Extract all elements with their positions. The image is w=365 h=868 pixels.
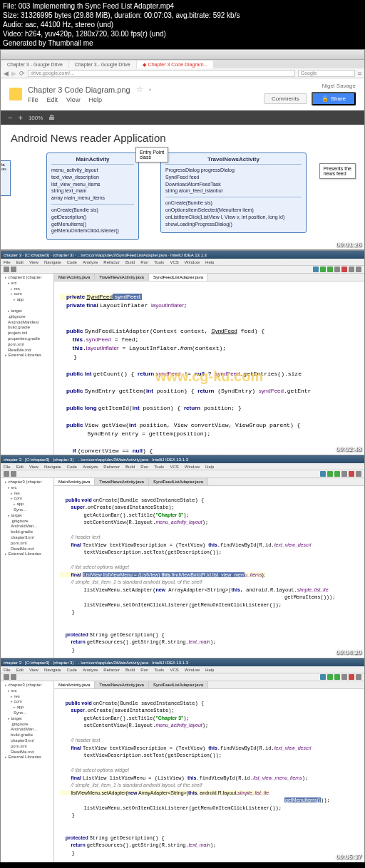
menu-refactor[interactable]: Refactor	[103, 260, 120, 264]
timestamp-4: 00:05:37	[336, 853, 361, 860]
ide-titlebar: chapter 3 · [C:\chapter3] · (chapter 3) …	[1, 455, 364, 463]
zoom-in-icon[interactable]: +	[18, 113, 22, 122]
reload-icon[interactable]: ⟳	[19, 70, 25, 77]
callout-presents-feed: Presents thenews feed	[319, 163, 356, 179]
ide-toolbar	[1, 470, 364, 478]
search-box[interactable]: Google	[298, 70, 355, 77]
frame-4: chapter 3 · [C:\chapter3] · (chapter 3) …	[0, 658, 365, 862]
window-titlebar	[1, 50, 364, 60]
zoom-out-icon[interactable]: −	[8, 113, 12, 122]
tree-item[interactable]: src	[2, 281, 52, 286]
browser-toolbar: ◀ ▶ ⟳ drive.google.com/... Google ≡	[1, 68, 364, 78]
menu-code[interactable]: Code	[67, 260, 77, 264]
menu-build[interactable]: Build	[125, 260, 135, 264]
editor-pane: MainActivity.java TravelNewsActivity.jav…	[54, 681, 364, 862]
lock-icon: 🔒	[322, 95, 329, 102]
tree-item[interactable]: app	[2, 297, 52, 303]
url-bar[interactable]: drive.google.com/...	[28, 70, 295, 77]
meta-audio: Audio: aac, 44100 Hz, stereo (und)	[3, 20, 362, 29]
tree-item[interactable]: pom.xml	[2, 342, 52, 348]
menu-view[interactable]: View	[66, 96, 80, 103]
ide-menubar: FileEditViewNavigateCodeAnalyzeRefactorB…	[1, 666, 364, 673]
tree-root[interactable]: chapter3 (chapter	[2, 275, 52, 281]
toolbar-icon[interactable]	[4, 267, 9, 272]
zoom-level[interactable]: 100%	[29, 115, 43, 121]
class-mainactivity: MainActivity menu_activity_layout text_v…	[46, 153, 139, 240]
meta-size: Size: 31326995 bytes (29.88 MiB), durati…	[3, 11, 362, 20]
timestamp-3: 00:04:20	[336, 649, 361, 656]
tree-item[interactable]: External Libraries	[2, 353, 52, 358]
frame-1: Chapter 3 - Google Drive Chapter 3 - Goo…	[0, 49, 365, 250]
tree-item[interactable]: target	[2, 309, 52, 314]
menu-view[interactable]: View	[29, 260, 38, 264]
menu-tools[interactable]: Tools	[154, 260, 164, 264]
share-button[interactable]: 🔒Share	[312, 92, 356, 105]
tab-2[interactable]: Chapter 3 - Google Drive	[69, 61, 136, 68]
tree-item[interactable]: AndroidManifest	[2, 320, 52, 326]
drive-menu: File Edit View Help	[28, 94, 258, 103]
editor-tab[interactable]: MainActivity.java	[54, 274, 95, 281]
tab-1[interactable]: Chapter 3 - Google Drive	[1, 61, 68, 68]
editor-tabs: MainActivity.java TravelNewsActivity.jav…	[54, 274, 364, 281]
debug-icon[interactable]	[327, 267, 333, 272]
timestamp-1: 00:01:26	[336, 241, 361, 248]
menu-file[interactable]: File	[28, 96, 38, 103]
tree-item[interactable]: com	[2, 291, 52, 297]
tab-3-active[interactable]: ◆Chapter 3 Code Diagram...	[137, 61, 214, 68]
menu-file[interactable]: File	[4, 260, 11, 264]
menu-icon[interactable]: ≡	[358, 70, 361, 77]
menu-help[interactable]: Help	[205, 260, 214, 264]
drive-icon	[9, 88, 22, 100]
callout-entry-point: Entry Pointclass	[135, 147, 168, 162]
video-metadata: File: 003 Implementing th Sync Feed List…	[0, 0, 365, 49]
ide-toolbar	[1, 673, 364, 681]
meta-video: Video: h264, yuv420p, 1280x720, 30.00 fp…	[3, 29, 362, 38]
editor-tab[interactable]: TravelNewsActivity.java	[95, 274, 149, 281]
code-editor[interactable]: public void onCreate(Bundle savedInstanc…	[54, 689, 364, 862]
user-name[interactable]: Nigel Savage	[264, 83, 356, 89]
ide-menubar: FileEditViewNavigateCodeAnalyzeRefactorB…	[1, 463, 364, 470]
ide-menubar: File Edit View Navigate Code Analyze Ref…	[1, 259, 364, 266]
menu-navigate[interactable]: Navigate	[44, 260, 61, 264]
toolbar-icon[interactable]	[349, 267, 354, 272]
tree-item[interactable]: build.gradle	[2, 325, 52, 331]
diagram-canvas: Android News reader Application laou Mai…	[1, 125, 364, 247]
ide-titlebar: chapter 3 · [C:\chapter3] · (chapter 3) …	[1, 251, 364, 259]
menu-run[interactable]: Run	[140, 260, 148, 264]
toolbar-icon[interactable]	[313, 267, 319, 272]
document-title[interactable]: Chapter 3 Code Diagram.png	[28, 86, 130, 94]
menu-analyze[interactable]: Analyze	[83, 260, 98, 264]
menu-edit[interactable]: Edit	[47, 96, 58, 103]
toolbar-icon[interactable]	[11, 267, 16, 272]
frame-3: chapter 3 · [C:\chapter3] · (chapter 3) …	[0, 455, 365, 658]
class-travelnewsactivity: TravelNewsActivity ProgressDialog progre…	[160, 153, 307, 233]
menu-edit[interactable]: Edit	[16, 260, 24, 264]
forward-icon[interactable]: ▶	[11, 70, 16, 77]
ide-titlebar: chapter 3 · [C:\chapter3] · (chapter 3) …	[1, 658, 364, 666]
folder-icon[interactable]: ▪	[149, 86, 152, 93]
tree-item[interactable]: ReadMe.md	[2, 348, 52, 353]
editor-tab-active[interactable]: SyndFeedListAdapter.java	[149, 274, 208, 281]
project-tree[interactable]: chapter3 (chapter src res com app Sync..…	[1, 681, 54, 862]
menu-vcs[interactable]: VCS	[170, 260, 178, 264]
comments-button[interactable]: Comments	[264, 93, 307, 104]
ide-toolbar	[1, 266, 364, 274]
menu-window[interactable]: Window	[185, 260, 200, 264]
tree-item[interactable]: properties.gradle	[2, 336, 52, 342]
stop-icon[interactable]	[341, 267, 347, 272]
star-icon[interactable]: ☆	[136, 85, 143, 94]
menu-help[interactable]: Help	[88, 96, 102, 103]
meta-file: File: 003 Implementing th Sync Feed List…	[3, 1, 362, 11]
run-icon[interactable]	[320, 267, 326, 272]
print-icon[interactable]: 🖶	[48, 114, 55, 121]
tree-item[interactable]: res	[2, 286, 52, 292]
back-icon[interactable]: ◀	[4, 70, 9, 77]
browser-tabs: Chapter 3 - Google Drive Chapter 3 - Goo…	[1, 60, 364, 68]
drive-header: Chapter 3 Code Diagram.png ☆ ▪ File Edit…	[1, 78, 364, 110]
partial-box: laou	[1, 160, 11, 196]
toolbar-icon[interactable]	[334, 267, 340, 272]
toolbar-icon[interactable]	[356, 267, 361, 272]
tree-item[interactable]: project.iml	[2, 331, 52, 336]
meta-gen: Generated by Thumbnail me	[3, 38, 362, 48]
tree-item[interactable]: .gitignore	[2, 314, 52, 320]
